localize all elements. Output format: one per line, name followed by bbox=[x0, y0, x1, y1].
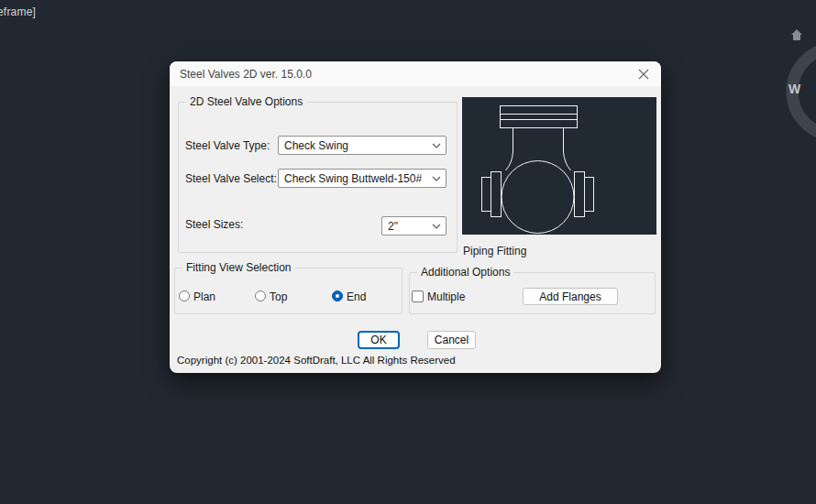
steel-valves-dialog: Steel Valves 2D ver. 15.0.0 2D Steel Val… bbox=[170, 61, 661, 373]
chevron-down-icon bbox=[432, 143, 441, 148]
radio-plan-label[interactable]: Plan bbox=[193, 290, 215, 303]
radio-top-label[interactable]: Top bbox=[270, 290, 287, 303]
valve-type-label: Steel Valve Type: bbox=[185, 139, 270, 152]
valve-type-value: Check Swing bbox=[284, 139, 348, 152]
valve-select-label: Steel Valve Select: bbox=[185, 172, 277, 185]
viewport-control-label[interactable]: eframe] bbox=[0, 5, 36, 18]
steel-sizes-value: 2" bbox=[388, 220, 398, 233]
radio-top[interactable] bbox=[255, 290, 266, 301]
add-flanges-button[interactable]: Add Flanges bbox=[523, 288, 618, 305]
dialog-title: Steel Valves 2D ver. 15.0.0 bbox=[180, 68, 312, 81]
view-group-label: Fitting View Selection bbox=[182, 261, 295, 274]
radio-end[interactable] bbox=[332, 290, 343, 301]
steel-sizes-label: Steel Sizes: bbox=[185, 218, 243, 231]
additional-group-label: Additional Options bbox=[417, 266, 513, 279]
close-button[interactable] bbox=[635, 66, 652, 82]
chevron-down-icon bbox=[432, 176, 441, 181]
viewcube-compass-ring[interactable] bbox=[761, 37, 816, 156]
steel-sizes-dropdown[interactable]: 2" bbox=[381, 216, 447, 236]
drawing-canvas: eframe] W Steel Valves 2D ver. 15.0.0 2D… bbox=[0, 0, 816, 504]
close-icon bbox=[638, 69, 649, 80]
dialog-titlebar[interactable]: Steel Valves 2D ver. 15.0.0 bbox=[170, 61, 661, 86]
chevron-down-icon bbox=[432, 224, 441, 229]
radio-plan[interactable] bbox=[179, 290, 190, 301]
fitting-preview-pane bbox=[462, 97, 656, 235]
check-valve-drawing bbox=[462, 97, 656, 235]
preview-caption: Piping Fitting bbox=[463, 245, 526, 257]
viewcube-west-label[interactable]: W bbox=[788, 82, 807, 96]
options-group-label: 2D Steel Valve Options bbox=[186, 95, 306, 108]
copyright-text: Copyright (c) 2001-2024 SoftDraft, LLC A… bbox=[177, 355, 456, 366]
cancel-button[interactable]: Cancel bbox=[427, 331, 476, 349]
multiple-checkbox-label[interactable]: Multiple bbox=[427, 290, 465, 303]
radio-end-label[interactable]: End bbox=[347, 290, 366, 303]
valve-select-value: Check Swing Buttweld-150# bbox=[284, 172, 422, 185]
multiple-checkbox[interactable] bbox=[412, 290, 424, 302]
valve-type-dropdown[interactable]: Check Swing bbox=[278, 136, 447, 155]
valve-select-dropdown[interactable]: Check Swing Buttweld-150# bbox=[278, 169, 447, 188]
ok-button[interactable]: OK bbox=[358, 331, 400, 349]
